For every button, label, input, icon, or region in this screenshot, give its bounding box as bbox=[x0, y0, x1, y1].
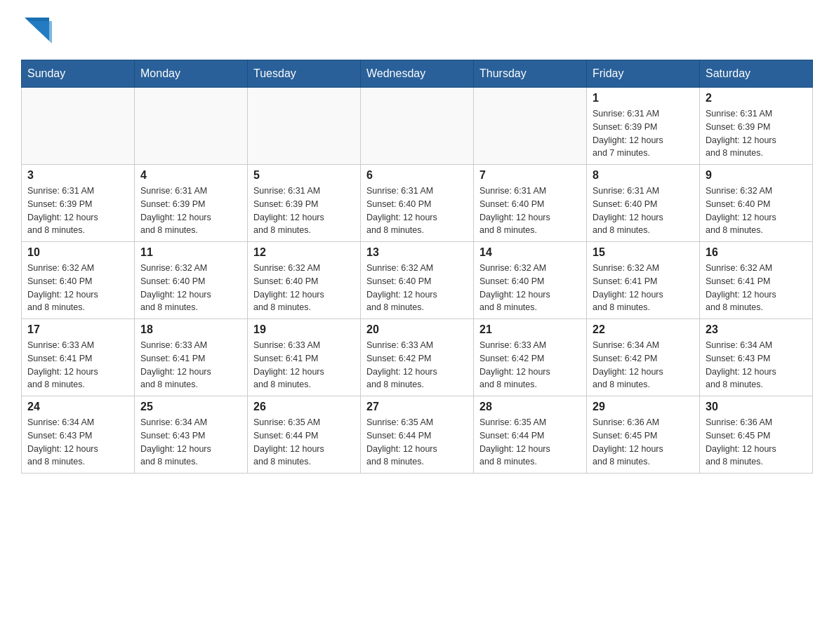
day-info: Sunrise: 6:31 AM Sunset: 6:40 PM Dayligh… bbox=[593, 185, 694, 237]
day-number: 14 bbox=[479, 246, 581, 259]
day-number: 21 bbox=[479, 323, 581, 336]
calendar-cell: 23Sunrise: 6:34 AM Sunset: 6:43 PM Dayli… bbox=[700, 319, 813, 396]
day-number: 20 bbox=[366, 323, 468, 336]
calendar-cell: 8Sunrise: 6:31 AM Sunset: 6:40 PM Daylig… bbox=[587, 165, 700, 242]
day-number: 25 bbox=[140, 401, 241, 413]
week-row-2: 3Sunrise: 6:31 AM Sunset: 6:39 PM Daylig… bbox=[22, 165, 813, 242]
calendar-cell: 24Sunrise: 6:34 AM Sunset: 6:43 PM Dayli… bbox=[22, 396, 135, 474]
day-number: 4 bbox=[140, 169, 241, 182]
day-info: Sunrise: 6:31 AM Sunset: 6:39 PM Dayligh… bbox=[706, 107, 807, 160]
day-info: Sunrise: 6:34 AM Sunset: 6:43 PM Dayligh… bbox=[27, 416, 128, 469]
day-info: Sunrise: 6:31 AM Sunset: 6:39 PM Dayligh… bbox=[253, 185, 355, 237]
day-info: Sunrise: 6:34 AM Sunset: 6:43 PM Dayligh… bbox=[706, 339, 807, 391]
day-number: 26 bbox=[253, 401, 355, 413]
calendar-cell bbox=[248, 88, 361, 165]
calendar-cell: 9Sunrise: 6:32 AM Sunset: 6:40 PM Daylig… bbox=[700, 165, 813, 242]
calendar-cell: 3Sunrise: 6:31 AM Sunset: 6:39 PM Daylig… bbox=[22, 165, 135, 242]
day-info: Sunrise: 6:32 AM Sunset: 6:40 PM Dayligh… bbox=[27, 262, 128, 314]
day-info: Sunrise: 6:35 AM Sunset: 6:44 PM Dayligh… bbox=[253, 416, 355, 469]
day-number: 2 bbox=[706, 92, 807, 105]
svg-marker-1 bbox=[28, 21, 52, 43]
day-info: Sunrise: 6:33 AM Sunset: 6:41 PM Dayligh… bbox=[253, 339, 355, 391]
day-info: Sunrise: 6:32 AM Sunset: 6:41 PM Dayligh… bbox=[593, 262, 694, 314]
calendar-cell: 1Sunrise: 6:31 AM Sunset: 6:39 PM Daylig… bbox=[587, 88, 700, 165]
week-row-5: 24Sunrise: 6:34 AM Sunset: 6:43 PM Dayli… bbox=[22, 396, 813, 474]
day-number: 28 bbox=[479, 401, 581, 413]
day-info: Sunrise: 6:34 AM Sunset: 6:43 PM Dayligh… bbox=[140, 416, 241, 469]
day-info: Sunrise: 6:31 AM Sunset: 6:39 PM Dayligh… bbox=[27, 185, 128, 237]
calendar-cell: 11Sunrise: 6:32 AM Sunset: 6:40 PM Dayli… bbox=[135, 242, 248, 319]
day-number: 29 bbox=[593, 401, 694, 413]
day-info: Sunrise: 6:32 AM Sunset: 6:40 PM Dayligh… bbox=[706, 185, 807, 237]
calendar-cell: 17Sunrise: 6:33 AM Sunset: 6:41 PM Dayli… bbox=[22, 319, 135, 396]
calendar-cell: 26Sunrise: 6:35 AM Sunset: 6:44 PM Dayli… bbox=[248, 396, 361, 474]
calendar-cell bbox=[22, 88, 135, 165]
calendar-cell: 4Sunrise: 6:31 AM Sunset: 6:39 PM Daylig… bbox=[135, 165, 248, 242]
calendar-cell: 14Sunrise: 6:32 AM Sunset: 6:40 PM Dayli… bbox=[474, 242, 587, 319]
calendar-cell: 20Sunrise: 6:33 AM Sunset: 6:42 PM Dayli… bbox=[361, 319, 474, 396]
calendar-cell: 2Sunrise: 6:31 AM Sunset: 6:39 PM Daylig… bbox=[700, 88, 813, 165]
day-info: Sunrise: 6:32 AM Sunset: 6:41 PM Dayligh… bbox=[706, 262, 807, 314]
calendar-cell: 7Sunrise: 6:31 AM Sunset: 6:40 PM Daylig… bbox=[474, 165, 587, 242]
day-number: 17 bbox=[27, 323, 128, 336]
day-number: 7 bbox=[479, 169, 581, 182]
calendar-cell: 19Sunrise: 6:33 AM Sunset: 6:41 PM Dayli… bbox=[248, 319, 361, 396]
calendar-table: SundayMondayTuesdayWednesdayThursdayFrid… bbox=[21, 60, 813, 474]
weekday-header-friday: Friday bbox=[587, 60, 700, 88]
day-number: 27 bbox=[366, 401, 468, 413]
day-info: Sunrise: 6:32 AM Sunset: 6:40 PM Dayligh… bbox=[253, 262, 355, 314]
calendar-cell: 13Sunrise: 6:32 AM Sunset: 6:40 PM Dayli… bbox=[361, 242, 474, 319]
weekday-header-row: SundayMondayTuesdayWednesdayThursdayFrid… bbox=[22, 60, 813, 88]
calendar-cell: 29Sunrise: 6:36 AM Sunset: 6:45 PM Dayli… bbox=[587, 396, 700, 474]
day-info: Sunrise: 6:32 AM Sunset: 6:40 PM Dayligh… bbox=[479, 262, 581, 314]
day-info: Sunrise: 6:33 AM Sunset: 6:42 PM Dayligh… bbox=[479, 339, 581, 391]
day-number: 3 bbox=[27, 169, 128, 182]
day-number: 1 bbox=[593, 92, 694, 105]
day-info: Sunrise: 6:33 AM Sunset: 6:41 PM Dayligh… bbox=[140, 339, 241, 391]
calendar-cell: 22Sunrise: 6:34 AM Sunset: 6:42 PM Dayli… bbox=[587, 319, 700, 396]
week-row-1: 1Sunrise: 6:31 AM Sunset: 6:39 PM Daylig… bbox=[22, 88, 813, 165]
day-info: Sunrise: 6:34 AM Sunset: 6:42 PM Dayligh… bbox=[593, 339, 694, 391]
calendar-cell bbox=[135, 88, 248, 165]
week-row-4: 17Sunrise: 6:33 AM Sunset: 6:41 PM Dayli… bbox=[22, 319, 813, 396]
day-number: 9 bbox=[706, 169, 807, 182]
header bbox=[21, 14, 813, 46]
day-number: 23 bbox=[706, 323, 807, 336]
week-row-3: 10Sunrise: 6:32 AM Sunset: 6:40 PM Dayli… bbox=[22, 242, 813, 319]
day-number: 10 bbox=[27, 246, 128, 259]
day-info: Sunrise: 6:33 AM Sunset: 6:42 PM Dayligh… bbox=[366, 339, 468, 391]
weekday-header-saturday: Saturday bbox=[700, 60, 813, 88]
day-number: 11 bbox=[140, 246, 241, 259]
weekday-header-monday: Monday bbox=[135, 60, 248, 88]
day-number: 15 bbox=[593, 246, 694, 259]
day-number: 22 bbox=[593, 323, 694, 336]
day-info: Sunrise: 6:33 AM Sunset: 6:41 PM Dayligh… bbox=[27, 339, 128, 391]
day-info: Sunrise: 6:36 AM Sunset: 6:45 PM Dayligh… bbox=[593, 416, 694, 469]
day-info: Sunrise: 6:31 AM Sunset: 6:39 PM Dayligh… bbox=[593, 107, 694, 160]
calendar-cell: 6Sunrise: 6:31 AM Sunset: 6:40 PM Daylig… bbox=[361, 165, 474, 242]
calendar-cell: 30Sunrise: 6:36 AM Sunset: 6:45 PM Dayli… bbox=[700, 396, 813, 474]
calendar-cell: 12Sunrise: 6:32 AM Sunset: 6:40 PM Dayli… bbox=[248, 242, 361, 319]
calendar-cell: 21Sunrise: 6:33 AM Sunset: 6:42 PM Dayli… bbox=[474, 319, 587, 396]
calendar-cell: 18Sunrise: 6:33 AM Sunset: 6:41 PM Dayli… bbox=[135, 319, 248, 396]
calendar-cell: 5Sunrise: 6:31 AM Sunset: 6:39 PM Daylig… bbox=[248, 165, 361, 242]
day-number: 12 bbox=[253, 246, 355, 259]
day-number: 5 bbox=[253, 169, 355, 182]
calendar-cell: 10Sunrise: 6:32 AM Sunset: 6:40 PM Dayli… bbox=[22, 242, 135, 319]
calendar-cell: 25Sunrise: 6:34 AM Sunset: 6:43 PM Dayli… bbox=[135, 396, 248, 474]
calendar-cell: 27Sunrise: 6:35 AM Sunset: 6:44 PM Dayli… bbox=[361, 396, 474, 474]
day-number: 6 bbox=[366, 169, 468, 182]
day-info: Sunrise: 6:31 AM Sunset: 6:40 PM Dayligh… bbox=[366, 185, 468, 237]
calendar-cell bbox=[361, 88, 474, 165]
day-info: Sunrise: 6:31 AM Sunset: 6:40 PM Dayligh… bbox=[479, 185, 581, 237]
logo-triangle-icon bbox=[21, 14, 56, 46]
day-info: Sunrise: 6:35 AM Sunset: 6:44 PM Dayligh… bbox=[479, 416, 581, 469]
day-info: Sunrise: 6:36 AM Sunset: 6:45 PM Dayligh… bbox=[706, 416, 807, 469]
weekday-header-sunday: Sunday bbox=[22, 60, 135, 88]
day-number: 13 bbox=[366, 246, 468, 259]
calendar-cell: 28Sunrise: 6:35 AM Sunset: 6:44 PM Dayli… bbox=[474, 396, 587, 474]
day-number: 19 bbox=[253, 323, 355, 336]
weekday-header-wednesday: Wednesday bbox=[361, 60, 474, 88]
day-info: Sunrise: 6:31 AM Sunset: 6:39 PM Dayligh… bbox=[140, 185, 241, 237]
logo bbox=[21, 14, 56, 46]
